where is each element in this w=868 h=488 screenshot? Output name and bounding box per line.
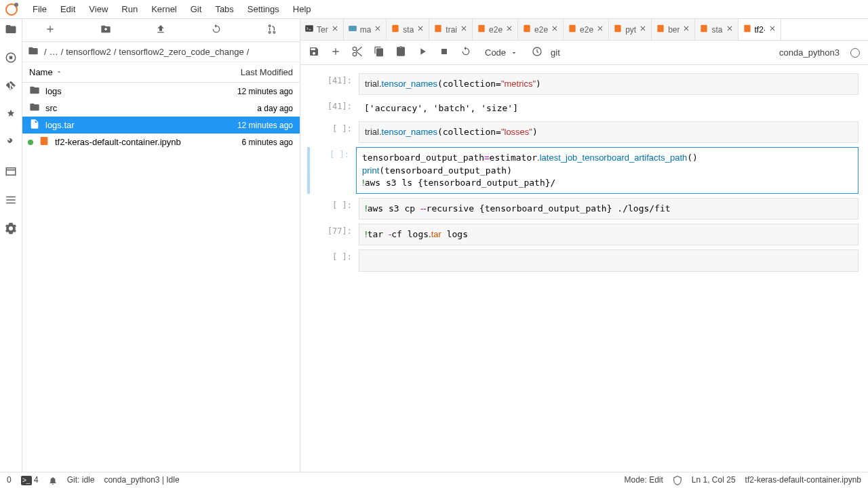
code-cell[interactable]: [77]: !tar -cf logs.tar logs (310, 224, 859, 245)
cell-prompt: [41]: (310, 99, 359, 117)
cell-type-select[interactable]: Code (479, 47, 524, 58)
run-icon[interactable] (414, 43, 431, 62)
file-list-header[interactable]: Name Last Modified (22, 62, 300, 83)
folder-icon[interactable] (5, 23, 17, 38)
tab[interactable]: trai (429, 19, 473, 40)
notebook-icon (391, 24, 400, 35)
file-row-folder[interactable]: srca day ago (22, 100, 300, 117)
tab[interactable]: sta (695, 19, 738, 40)
close-icon[interactable] (331, 24, 339, 35)
cell-prompt: [ ]: (307, 147, 356, 194)
kernel-status-icon[interactable] (850, 48, 860, 58)
tab-label: e2e (489, 25, 502, 35)
code-cell-active[interactable]: [ ]: tensorboard_output_path=estimator.l… (310, 147, 859, 194)
tab-label: sta (711, 25, 722, 35)
tab-bar: Termastatraie2ee2ee2epytberstatf2· (300, 19, 868, 41)
file-row-file[interactable]: logs.tar12 minutes ago (22, 117, 300, 134)
close-icon[interactable] (505, 24, 513, 35)
git-label[interactable]: git (551, 47, 560, 58)
tab[interactable]: ber (652, 19, 695, 40)
close-icon[interactable] (682, 24, 690, 35)
upload-icon[interactable] (155, 24, 166, 37)
paste-icon[interactable] (393, 43, 409, 62)
copy-icon[interactable] (371, 43, 387, 62)
file-row-folder[interactable]: logs12 minutes ago (22, 83, 300, 100)
code-input[interactable] (359, 249, 859, 271)
add-cell-icon[interactable] (328, 43, 344, 62)
breadcrumb-seg[interactable]: tensorflow2_zero_code_change (119, 47, 243, 57)
svg-rect-7 (393, 25, 399, 33)
refresh-icon[interactable] (211, 24, 222, 37)
close-icon[interactable] (768, 24, 776, 35)
extension-icon[interactable] (5, 222, 17, 237)
code-cell[interactable]: [41]: trial.tensor_names(collection="met… (310, 73, 859, 95)
breadcrumb-seg[interactable]: … (50, 47, 58, 57)
menu-view[interactable]: View (82, 1, 115, 17)
close-icon[interactable] (416, 24, 425, 35)
breadcrumb-seg[interactable]: tensorflow2 (66, 47, 111, 57)
menu-tabs[interactable]: Tabs (208, 1, 240, 17)
toc-icon[interactable] (5, 194, 17, 209)
menu-kernel[interactable]: Kernel (144, 1, 184, 17)
commands-icon[interactable] (5, 108, 17, 123)
kernel-name[interactable]: conda_python3 (779, 47, 840, 58)
file-row-notebook[interactable]: tf2-keras-default-container.ipynb6 minut… (22, 134, 300, 150)
menu-run[interactable]: Run (115, 1, 144, 17)
close-icon[interactable] (596, 24, 604, 35)
svg-rect-1 (9, 56, 13, 60)
git-pull-icon[interactable] (267, 24, 277, 37)
filename[interactable]: tf2-keras-default-container.ipynb (745, 475, 861, 485)
close-icon[interactable] (726, 24, 734, 35)
notebook[interactable]: [41]: trial.tensor_names(collection="met… (300, 65, 868, 472)
new-launcher-icon[interactable] (45, 24, 56, 37)
menu-file[interactable]: File (26, 1, 54, 17)
tab-label: pyt (625, 25, 636, 35)
running-icon[interactable] (5, 52, 17, 66)
close-icon[interactable] (374, 24, 382, 35)
menu-settings[interactable]: Settings (241, 1, 286, 17)
git-icon[interactable] (5, 80, 17, 95)
file-browser: / … / tensorflow2 / tensorflow2_zero_cod… (22, 19, 300, 472)
cut-icon[interactable] (349, 43, 366, 62)
code-input[interactable]: trial.tensor_names(collection="metrics") (359, 73, 859, 95)
svg-rect-11 (569, 25, 575, 33)
breadcrumb[interactable]: / … / tensorflow2 / tensorflow2_zero_cod… (22, 42, 300, 62)
tab[interactable]: Ter (300, 19, 344, 40)
command-icon[interactable] (529, 43, 545, 62)
new-folder-icon[interactable] (100, 24, 111, 37)
git-status[interactable]: Git: idle (67, 475, 95, 485)
save-icon[interactable] (306, 43, 322, 62)
close-icon[interactable] (551, 24, 559, 35)
breadcrumb-seg[interactable]: / (44, 47, 47, 57)
code-input[interactable]: !tar -cf logs.tar logs (359, 224, 859, 245)
code-cell[interactable]: [ ]: trial.tensor_names(collection="loss… (310, 121, 859, 143)
menu-git[interactable]: Git (184, 1, 209, 17)
code-cell[interactable]: [ ]: !aws s3 cp --recursive {tensorboard… (310, 198, 859, 220)
code-input[interactable]: tensorboard_output_path=estimator.latest… (356, 147, 859, 194)
kernel-status[interactable]: conda_python3 | Idle (104, 475, 179, 485)
code-input[interactable]: !aws s3 cp --recursive {tensorboard_outp… (359, 198, 859, 220)
tab[interactable]: pyt (609, 19, 652, 40)
restart-icon[interactable] (458, 43, 474, 62)
tabs-icon[interactable] (5, 165, 17, 180)
code-input[interactable]: trial.tensor_names(collection="losses") (359, 121, 859, 143)
terminal-count[interactable]: >_ 4 (21, 475, 39, 485)
tab-label: sta (403, 25, 414, 35)
bell-icon[interactable] (48, 475, 58, 485)
tab[interactable]: e2e (564, 19, 609, 40)
code-cell[interactable]: [ ]: (310, 249, 859, 271)
menu-help[interactable]: Help (286, 1, 318, 17)
tab[interactable]: sta (387, 19, 429, 40)
notebook-trust-icon[interactable] (673, 475, 682, 485)
close-icon[interactable] (639, 24, 647, 35)
tab[interactable]: tf2· (738, 19, 782, 40)
build-icon[interactable] (5, 137, 17, 152)
close-icon[interactable] (460, 24, 468, 35)
tab[interactable]: e2e (473, 19, 518, 40)
tab[interactable]: ma (344, 19, 387, 40)
menu-edit[interactable]: Edit (54, 1, 82, 17)
status-count[interactable]: 0 (7, 475, 12, 485)
stop-icon[interactable] (436, 43, 452, 62)
tab-label: tf2· (755, 25, 766, 35)
tab[interactable]: e2e (518, 19, 564, 40)
